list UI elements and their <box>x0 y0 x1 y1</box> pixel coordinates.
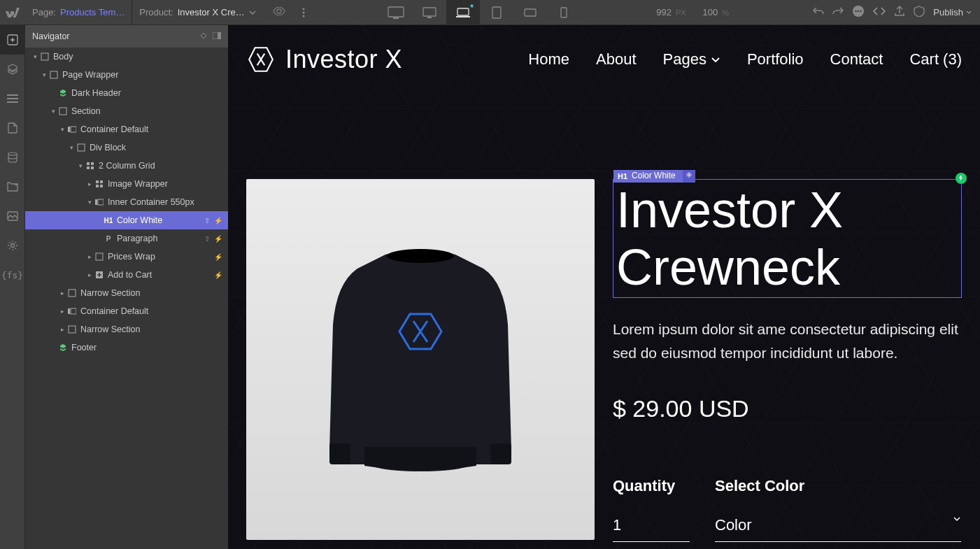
page-value: Products Tem… <box>60 7 125 17</box>
tree-node[interactable]: ▸Add to Cart⚡ <box>25 266 228 284</box>
color-select[interactable]: Color <box>715 516 961 542</box>
svg-point-1 <box>302 11 304 13</box>
bp-desktop[interactable] <box>413 0 446 25</box>
canvas[interactable]: Investor X Home About Pages Portfolio Co… <box>228 25 980 549</box>
tree-node[interactable]: ▸Narrow Section <box>25 284 228 302</box>
bp-laptop[interactable]: ★ <box>446 0 480 25</box>
nav-cart[interactable]: Cart (3) <box>909 50 962 69</box>
svg-rect-39 <box>100 185 103 187</box>
svg-rect-27 <box>50 71 57 78</box>
bp-mobile-landscape[interactable] <box>513 0 547 25</box>
svg-point-14 <box>858 10 860 13</box>
svg-rect-31 <box>78 144 85 151</box>
code-icon[interactable] <box>873 6 886 18</box>
selection-tag[interactable]: H1 Color White <box>613 170 695 183</box>
svg-rect-8 <box>456 16 470 17</box>
tree-node[interactable]: ▾Page Wrapper <box>25 66 228 84</box>
svg-rect-51 <box>490 443 511 464</box>
tree-node[interactable]: H1Color White⇧⚡ <box>25 211 228 229</box>
sweater-graphic <box>308 241 532 478</box>
product-row: H1 Color White Investor X Crewneck Lorem… <box>246 179 962 542</box>
svg-rect-34 <box>87 166 90 169</box>
tree-node[interactable]: ▾Container Default <box>25 120 228 138</box>
rail-cms[interactable] <box>0 113 24 143</box>
product-price[interactable]: $ 29.00 USD <box>613 395 962 422</box>
nav-pages[interactable]: Pages <box>663 50 720 69</box>
product-title-text: Investor X Crewneck <box>616 182 843 295</box>
navigator-panel: Navigator ▾Body▾Page WrapperDark Header▾… <box>25 25 228 549</box>
rail-add[interactable] <box>0 25 24 55</box>
nav-home[interactable]: Home <box>528 50 569 69</box>
tree-node[interactable]: ▸Image Wrapper <box>25 175 228 193</box>
publish-button[interactable]: Publish <box>933 7 972 17</box>
svg-rect-7 <box>457 8 469 15</box>
tree-node[interactable]: PParagraph⇧⚡ <box>25 229 228 248</box>
product-selector[interactable]: Product: Investor X Cre… <box>132 0 263 24</box>
rail-ecommerce[interactable] <box>0 143 24 172</box>
rail-image[interactable] <box>0 201 24 231</box>
svg-rect-18 <box>7 98 18 99</box>
color-label: Select Color <box>715 477 961 495</box>
rail-assets[interactable] <box>0 172 24 201</box>
quantity-input[interactable]: 1 <box>613 516 690 542</box>
tree-node[interactable]: ▾Body <box>25 48 228 66</box>
bp-mobile[interactable] <box>547 0 581 25</box>
audit-icon[interactable] <box>914 6 925 19</box>
tree-node[interactable]: ▸Prices Wrap⚡ <box>25 248 228 266</box>
navigator-title: Navigator <box>32 31 70 41</box>
navigator-tree[interactable]: ▾Body▾Page WrapperDark Header▾Section▾Co… <box>25 48 228 549</box>
tree-node[interactable]: ▸Narrow Section <box>25 320 228 338</box>
canvas-width[interactable]: 992 PX <box>648 7 694 17</box>
undo-icon[interactable] <box>813 6 824 18</box>
tree-node[interactable]: Dark Header <box>25 84 228 102</box>
collapse-icon[interactable] <box>200 31 207 41</box>
svg-rect-44 <box>69 290 76 297</box>
tree-node[interactable]: ▾Div Block <box>25 138 228 157</box>
rail-settings[interactable] <box>0 231 24 260</box>
bp-tablet[interactable] <box>480 0 513 25</box>
panel-toggle-icon[interactable] <box>213 31 221 41</box>
comments-icon[interactable] <box>852 5 865 20</box>
nav-portfolio[interactable]: Portfolio <box>747 50 804 69</box>
svg-point-2 <box>302 15 304 17</box>
product-form: Quantity 1 Select Color Color <box>613 477 962 542</box>
page-selector[interactable]: Page: Products Tem… <box>25 0 132 24</box>
tree-node[interactable]: ▾Inner Container 550px <box>25 193 228 211</box>
svg-point-15 <box>860 10 862 13</box>
brand-logo-icon <box>246 45 276 74</box>
svg-rect-4 <box>393 17 399 19</box>
nav-contact[interactable]: Contact <box>830 50 883 69</box>
product-title[interactable]: H1 Color White Investor X Crewneck <box>613 179 962 298</box>
tree-node[interactable]: ▾2 Column Grid <box>25 157 228 175</box>
bp-desktop-xl[interactable] <box>379 0 413 25</box>
webflow-logo[interactable] <box>0 8 25 17</box>
rail-variables[interactable]: {fs} <box>0 260 24 290</box>
kebab-menu[interactable] <box>295 8 312 17</box>
rail-pages[interactable] <box>0 84 24 113</box>
svg-point-20 <box>8 152 17 155</box>
quantity-column: Quantity 1 <box>613 477 690 542</box>
binding-badge-icon[interactable] <box>956 173 967 184</box>
svg-rect-5 <box>423 8 436 16</box>
preview-toggle[interactable] <box>263 7 295 17</box>
product-image[interactable] <box>246 179 595 540</box>
product-description[interactable]: Lorem ipsum dolor sit ame consectetur ad… <box>613 318 962 364</box>
tree-node[interactable]: ▸Container Default <box>25 302 228 320</box>
gear-icon[interactable] <box>683 170 695 183</box>
quantity-label: Quantity <box>613 477 690 495</box>
svg-point-49 <box>387 249 454 263</box>
rail-navigator[interactable] <box>0 55 24 84</box>
redo-icon[interactable] <box>832 6 844 18</box>
svg-rect-50 <box>329 443 350 464</box>
tree-node[interactable]: Footer <box>25 338 228 357</box>
svg-point-53 <box>688 174 690 176</box>
export-icon[interactable] <box>894 6 905 19</box>
svg-rect-3 <box>388 7 404 17</box>
site-brand[interactable]: Investor X <box>246 45 402 74</box>
canvas-zoom[interactable]: 100 % <box>695 7 737 17</box>
svg-rect-37 <box>100 180 103 183</box>
nav-about[interactable]: About <box>596 50 637 69</box>
tree-node[interactable]: ▾Section <box>25 102 228 120</box>
publish-label: Publish <box>933 7 963 17</box>
svg-rect-36 <box>96 180 99 183</box>
